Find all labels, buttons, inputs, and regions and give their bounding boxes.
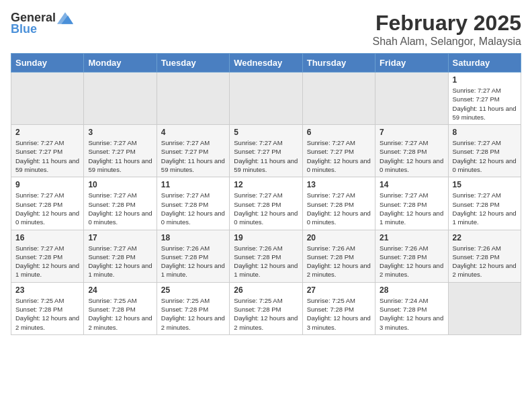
day-number: 3: [88, 128, 152, 137]
main-title: February 2025: [373, 11, 521, 36]
calendar-day-cell: 3Sunrise: 7:27 AMSunset: 7:27 PMDaylight…: [84, 125, 157, 177]
day-number: 4: [161, 128, 225, 137]
calendar-day-cell: 2Sunrise: 7:27 AMSunset: 7:27 PMDaylight…: [11, 125, 84, 177]
day-info: Sunrise: 7:26 AMSunset: 7:28 PMDaylight:…: [234, 244, 298, 279]
calendar-day-cell: 26Sunrise: 7:25 AMSunset: 7:28 PMDayligh…: [230, 282, 302, 334]
day-number: 16: [15, 233, 79, 242]
day-info: Sunrise: 7:27 AMSunset: 7:28 PMDaylight:…: [88, 244, 152, 279]
calendar-day-cell: 13Sunrise: 7:27 AMSunset: 7:28 PMDayligh…: [302, 177, 375, 230]
calendar-day-cell: [302, 73, 375, 125]
day-info: Sunrise: 7:27 AMSunset: 7:27 PMDaylight:…: [234, 138, 298, 174]
calendar-header-wednesday: Wednesday: [230, 54, 302, 73]
day-info: Sunrise: 7:27 AMSunset: 7:27 PMDaylight:…: [307, 138, 371, 174]
calendar-day-cell: 22Sunrise: 7:26 AMSunset: 7:28 PMDayligh…: [448, 230, 521, 282]
day-number: 14: [380, 180, 443, 189]
calendar-day-cell: [375, 73, 448, 125]
calendar-day-cell: 19Sunrise: 7:26 AMSunset: 7:28 PMDayligh…: [230, 230, 302, 282]
day-info: Sunrise: 7:27 AMSunset: 7:28 PMDaylight:…: [234, 191, 298, 226]
logo-icon: [57, 11, 73, 25]
calendar-day-cell: 28Sunrise: 7:24 AMSunset: 7:28 PMDayligh…: [375, 282, 448, 334]
calendar-day-cell: 27Sunrise: 7:25 AMSunset: 7:28 PMDayligh…: [302, 282, 375, 334]
day-number: 26: [234, 285, 298, 295]
day-number: 9: [15, 180, 79, 189]
day-info: Sunrise: 7:27 AMSunset: 7:27 PMDaylight:…: [453, 86, 517, 122]
calendar-header-row: SundayMondayTuesdayWednesdayThursdayFrid…: [11, 54, 521, 73]
day-number: 13: [307, 180, 371, 189]
day-info: Sunrise: 7:27 AMSunset: 7:27 PMDaylight:…: [161, 138, 225, 174]
day-info: Sunrise: 7:25 AMSunset: 7:28 PMDaylight:…: [307, 296, 371, 332]
day-info: Sunrise: 7:27 AMSunset: 7:27 PMDaylight:…: [88, 138, 152, 174]
day-info: Sunrise: 7:27 AMSunset: 7:28 PMDaylight:…: [15, 244, 79, 279]
day-number: 21: [380, 233, 443, 242]
day-info: Sunrise: 7:27 AMSunset: 7:28 PMDaylight:…: [307, 191, 371, 226]
calendar-day-cell: 8Sunrise: 7:27 AMSunset: 7:28 PMDaylight…: [448, 125, 521, 177]
day-number: 22: [453, 233, 517, 242]
day-number: 5: [234, 128, 298, 137]
day-number: 18: [161, 233, 225, 242]
day-number: 8: [453, 128, 517, 137]
calendar-day-cell: 5Sunrise: 7:27 AMSunset: 7:27 PMDaylight…: [230, 125, 302, 177]
day-number: 23: [15, 285, 79, 295]
day-number: 6: [307, 128, 371, 137]
day-number: 11: [161, 180, 225, 189]
calendar-day-cell: 10Sunrise: 7:27 AMSunset: 7:28 PMDayligh…: [84, 177, 157, 230]
day-info: Sunrise: 7:24 AMSunset: 7:28 PMDaylight:…: [380, 296, 443, 332]
calendar-day-cell: 7Sunrise: 7:27 AMSunset: 7:28 PMDaylight…: [375, 125, 448, 177]
day-number: 20: [307, 233, 371, 242]
day-info: Sunrise: 7:27 AMSunset: 7:28 PMDaylight:…: [88, 191, 152, 226]
calendar-day-cell: [448, 282, 521, 334]
calendar-day-cell: 14Sunrise: 7:27 AMSunset: 7:28 PMDayligh…: [375, 177, 448, 230]
sub-title: Shah Alam, Selangor, Malaysia: [373, 36, 521, 48]
calendar-day-cell: 20Sunrise: 7:26 AMSunset: 7:28 PMDayligh…: [302, 230, 375, 282]
day-number: 10: [88, 180, 152, 189]
day-number: 19: [234, 233, 298, 242]
calendar-week-row: 16Sunrise: 7:27 AMSunset: 7:28 PMDayligh…: [11, 230, 521, 282]
day-info: Sunrise: 7:25 AMSunset: 7:28 PMDaylight:…: [88, 296, 152, 332]
logo: General Blue: [11, 11, 73, 36]
calendar-day-cell: 12Sunrise: 7:27 AMSunset: 7:28 PMDayligh…: [230, 177, 302, 230]
calendar-day-cell: 15Sunrise: 7:27 AMSunset: 7:28 PMDayligh…: [448, 177, 521, 230]
day-info: Sunrise: 7:27 AMSunset: 7:28 PMDaylight:…: [380, 191, 443, 226]
day-number: 17: [88, 233, 152, 242]
calendar-day-cell: 9Sunrise: 7:27 AMSunset: 7:28 PMDaylight…: [11, 177, 84, 230]
calendar-day-cell: 25Sunrise: 7:25 AMSunset: 7:28 PMDayligh…: [157, 282, 229, 334]
day-info: Sunrise: 7:26 AMSunset: 7:28 PMDaylight:…: [161, 244, 225, 279]
day-number: 2: [15, 128, 79, 137]
day-number: 28: [380, 285, 443, 295]
day-number: 1: [453, 75, 517, 85]
day-number: 7: [380, 128, 443, 137]
calendar-week-row: 2Sunrise: 7:27 AMSunset: 7:27 PMDaylight…: [11, 125, 521, 177]
calendar-day-cell: [157, 73, 229, 125]
calendar-day-cell: 23Sunrise: 7:25 AMSunset: 7:28 PMDayligh…: [11, 282, 84, 334]
calendar-week-row: 9Sunrise: 7:27 AMSunset: 7:28 PMDaylight…: [11, 177, 521, 230]
day-info: Sunrise: 7:27 AMSunset: 7:28 PMDaylight:…: [15, 191, 79, 226]
day-info: Sunrise: 7:25 AMSunset: 7:28 PMDaylight:…: [15, 296, 79, 332]
calendar-day-cell: 4Sunrise: 7:27 AMSunset: 7:27 PMDaylight…: [157, 125, 229, 177]
calendar-table: SundayMondayTuesdayWednesdayThursdayFrid…: [11, 53, 521, 335]
calendar-day-cell: 16Sunrise: 7:27 AMSunset: 7:28 PMDayligh…: [11, 230, 84, 282]
calendar-day-cell: [84, 73, 157, 125]
title-block: February 2025 Shah Alam, Selangor, Malay…: [373, 11, 521, 48]
calendar-day-cell: 11Sunrise: 7:27 AMSunset: 7:28 PMDayligh…: [157, 177, 229, 230]
day-info: Sunrise: 7:25 AMSunset: 7:28 PMDaylight:…: [234, 296, 298, 332]
day-info: Sunrise: 7:27 AMSunset: 7:27 PMDaylight:…: [15, 138, 79, 174]
calendar-header-monday: Monday: [84, 54, 157, 73]
calendar-day-cell: 21Sunrise: 7:26 AMSunset: 7:28 PMDayligh…: [375, 230, 448, 282]
day-number: 24: [88, 285, 152, 295]
calendar-day-cell: 6Sunrise: 7:27 AMSunset: 7:27 PMDaylight…: [302, 125, 375, 177]
day-number: 15: [453, 180, 517, 189]
day-info: Sunrise: 7:27 AMSunset: 7:28 PMDaylight:…: [453, 138, 517, 174]
day-number: 27: [307, 285, 371, 295]
calendar-header-thursday: Thursday: [302, 54, 375, 73]
calendar-day-cell: 24Sunrise: 7:25 AMSunset: 7:28 PMDayligh…: [84, 282, 157, 334]
day-info: Sunrise: 7:27 AMSunset: 7:28 PMDaylight:…: [161, 191, 225, 226]
day-number: 12: [234, 180, 298, 189]
day-info: Sunrise: 7:25 AMSunset: 7:28 PMDaylight:…: [161, 296, 225, 332]
logo-blue: Blue: [11, 22, 37, 36]
calendar-header-sunday: Sunday: [11, 54, 84, 73]
calendar-header-friday: Friday: [375, 54, 448, 73]
day-info: Sunrise: 7:26 AMSunset: 7:28 PMDaylight:…: [380, 244, 443, 279]
day-number: 25: [161, 285, 225, 295]
day-info: Sunrise: 7:26 AMSunset: 7:28 PMDaylight:…: [307, 244, 371, 279]
calendar-header-tuesday: Tuesday: [157, 54, 229, 73]
